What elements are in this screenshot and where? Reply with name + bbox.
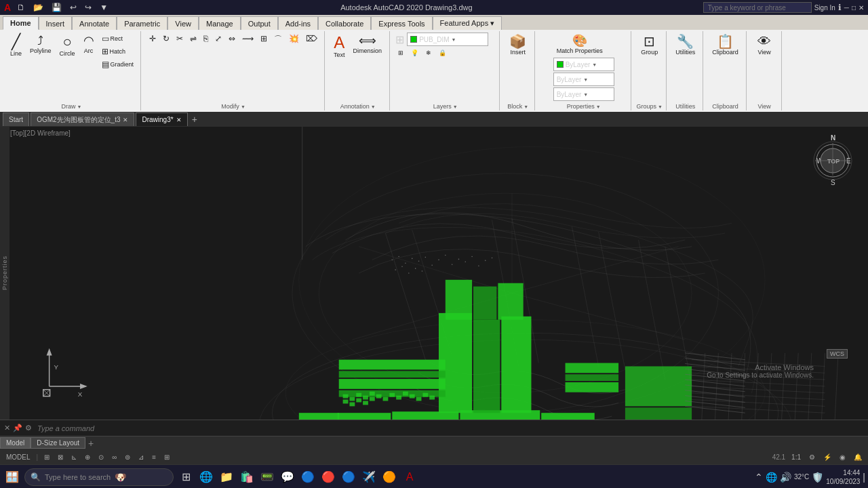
layer-off-btn[interactable]: 💡 <box>408 48 421 58</box>
tab-manage[interactable]: Manage <box>199 16 241 30</box>
restore-btn[interactable]: □ <box>852 4 856 12</box>
ducs-btn[interactable]: ⊚ <box>123 453 132 462</box>
move-btn[interactable]: ✛ <box>146 33 159 45</box>
app-icon-3[interactable]: 🟠 <box>380 468 399 487</box>
erase-btn[interactable]: ⌦ <box>303 33 320 45</box>
insert-button[interactable]: 📦 Insert <box>506 33 530 58</box>
dyn-btn[interactable]: ⊿ <box>136 453 146 462</box>
tab-collaborate[interactable]: Collaborate <box>318 16 371 30</box>
command-pin-btn[interactable]: 📌 <box>13 424 22 432</box>
layer-dropdown-arrow[interactable]: ▼ <box>452 37 456 42</box>
clock[interactable]: 14:44 10/09/2023 <box>826 468 860 486</box>
task-view-btn[interactable]: ⊞ <box>176 468 195 487</box>
tab-parametric[interactable]: Parametric <box>117 16 167 30</box>
network-icon[interactable]: 🌐 <box>766 472 777 483</box>
annotation-scale[interactable]: 1:1 <box>789 453 803 462</box>
osnap-btn[interactable]: ⊙ <box>96 453 106 462</box>
layers-dropdown-arrow[interactable]: ▼ <box>453 104 458 109</box>
linetype-dropdown-arrow[interactable]: ▼ <box>583 77 588 82</box>
taskbar-search[interactable]: 🔍 Type here to search 🐶 <box>24 468 174 486</box>
minimize-btn[interactable]: ─ <box>844 4 849 12</box>
circle-button[interactable]: ○ Circle <box>56 33 79 59</box>
utilities-button[interactable]: 🔧 Utilities <box>672 33 698 58</box>
linetype-dropdown[interactable]: ByLayer ▼ <box>553 73 614 86</box>
tab-express[interactable]: Express Tools <box>371 16 432 30</box>
sign-in-btn[interactable]: Sign In <box>814 4 835 12</box>
qat-dropdown[interactable]: ▼ <box>98 2 110 13</box>
speaker-icon[interactable]: 🔊 <box>780 472 791 483</box>
mirror-btn[interactable]: ⇌ <box>187 33 199 45</box>
gradient-btn[interactable]: ▤Gradient <box>99 58 137 70</box>
layer-freeze-btn[interactable]: ❄ <box>423 48 434 58</box>
start-btn[interactable]: 🪟 <box>3 468 22 487</box>
ribbon-search[interactable] <box>703 2 812 13</box>
tab-ogm2[interactable]: OGM2先沟图板管的定位_t3 ✕ <box>31 113 134 126</box>
tab-start[interactable]: Start <box>3 113 29 126</box>
cad-drawing[interactable]: Y X <box>9 127 868 420</box>
group-button[interactable]: ⊡ Group <box>637 33 661 58</box>
store-icon[interactable]: 🛍️ <box>237 468 256 487</box>
scale-btn[interactable]: ⤢ <box>212 33 224 45</box>
properties-dropdown-arrow[interactable]: ▼ <box>596 104 601 109</box>
tab-view[interactable]: View <box>167 16 199 30</box>
qat-open[interactable]: 📂 <box>31 2 45 13</box>
rotate-btn[interactable]: ↻ <box>160 33 172 45</box>
copy-btn[interactable]: ⎘ <box>201 33 211 45</box>
array-btn[interactable]: ⊞ <box>258 33 270 45</box>
annotation-dropdown-arrow[interactable]: ▼ <box>371 104 376 109</box>
whatsapp-icon[interactable]: 💬 <box>278 468 297 487</box>
tab-insert[interactable]: Insert <box>39 16 73 30</box>
tab-featured[interactable]: Featured Apps ▾ <box>433 16 502 30</box>
edge-icon[interactable]: 🌐 <box>197 468 216 487</box>
block-dropdown-arrow[interactable]: ▼ <box>524 104 528 109</box>
model-status[interactable]: MODEL <box>4 453 33 462</box>
command-input[interactable] <box>35 423 864 434</box>
polar-btn[interactable]: ⊕ <box>83 453 92 462</box>
tp-btn[interactable]: ⊞ <box>162 453 172 462</box>
line-button[interactable]: ╱ Line <box>7 33 25 59</box>
ortho-btn[interactable]: ⊾ <box>69 453 79 462</box>
isolate-btn[interactable]: ◉ <box>837 453 848 462</box>
match-properties-button[interactable]: 🎨 Match Properties <box>553 33 606 56</box>
dsize-layout-tab[interactable]: D-Size Layout <box>31 437 85 449</box>
command-close-btn[interactable]: ✕ <box>4 424 10 432</box>
hardware-acceleration[interactable]: ⚡ <box>821 453 833 462</box>
snap-btn[interactable]: ⊠ <box>56 453 65 462</box>
app-icon-2[interactable]: 🔴 <box>319 468 338 487</box>
modify-dropdown-arrow[interactable]: ▼ <box>241 104 245 109</box>
qat-new[interactable]: 🗋 <box>15 2 27 13</box>
telegram-icon[interactable]: ✈️ <box>359 468 378 487</box>
text-button[interactable]: A Text <box>330 33 349 60</box>
app-icon-1[interactable]: 🔵 <box>298 468 317 487</box>
file-explorer-icon[interactable]: 📁 <box>217 468 236 487</box>
stretch-btn[interactable]: ⇔ <box>226 33 238 45</box>
lineweight-dropdown-arrow[interactable]: ▼ <box>583 92 588 97</box>
offset-btn[interactable]: ⟿ <box>239 33 256 45</box>
model-tab[interactable]: Model <box>0 437 31 449</box>
autocad-taskbar-icon[interactable]: A <box>400 468 419 487</box>
otrack-btn[interactable]: ∞ <box>110 453 119 462</box>
clipboard-button[interactable]: 📋 Clipboard <box>709 33 742 58</box>
lineweight-dropdown[interactable]: ByLayer ▼ <box>553 87 614 101</box>
dimension-button[interactable]: ⟺ Dimension <box>350 33 386 56</box>
new-tab-button[interactable]: + <box>189 114 200 125</box>
tab-addins[interactable]: Add-ins <box>278 16 318 30</box>
draw-dropdown-arrow[interactable]: ▼ <box>77 104 82 109</box>
close-drawing3-tab[interactable]: ✕ <box>176 117 182 123</box>
antivirus-icon[interactable]: 🛡️ <box>812 472 823 483</box>
info-btn[interactable]: ℹ <box>838 3 842 12</box>
tray-chevron[interactable]: ⌃ <box>755 472 763 483</box>
qat-save[interactable]: 💾 <box>50 2 64 13</box>
layer-dropdown[interactable]: PUB_DIM ▼ <box>407 33 488 46</box>
notifications-btn[interactable]: 🔔 <box>852 453 864 462</box>
layer-lock-btn[interactable]: 🔒 <box>436 48 449 58</box>
groups-dropdown-arrow[interactable]: ▼ <box>658 104 663 109</box>
qat-undo[interactable]: ↩ <box>68 2 79 13</box>
close-btn[interactable]: ✕ <box>859 4 864 12</box>
chrome-icon[interactable]: 🔵 <box>339 468 358 487</box>
tab-output[interactable]: Output <box>241 16 278 30</box>
tab-home[interactable]: Home <box>3 16 39 30</box>
grid-btn[interactable]: ⊞ <box>42 453 52 462</box>
layer-properties-btn[interactable]: ⊞ <box>395 48 406 58</box>
close-ogm2-tab[interactable]: ✕ <box>123 117 128 123</box>
